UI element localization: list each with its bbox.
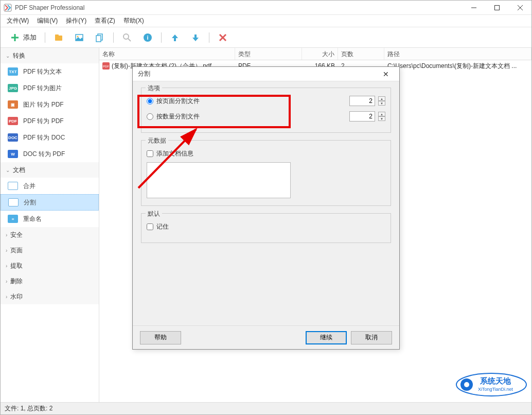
- sidebar-section-label: 删除: [10, 277, 23, 286]
- svg-rect-2: [494, 5, 499, 10]
- continue-button[interactable]: 继续: [306, 331, 347, 344]
- checkbox-add-docinfo[interactable]: [147, 150, 153, 157]
- sidebar-section-label: 安全: [10, 231, 23, 239]
- spin-up-2[interactable]: ▲: [378, 112, 385, 116]
- label-remember: 记住: [156, 222, 169, 231]
- menu-edit[interactable]: 编辑(V): [33, 15, 62, 27]
- sidebar-item-pdf-to-doc[interactable]: DOCPDF 转为 DOC: [1, 129, 99, 146]
- close-button[interactable]: [508, 1, 531, 15]
- svg-rect-12: [96, 36, 101, 42]
- arrow-up-icon: [170, 32, 180, 43]
- minimize-button[interactable]: [462, 1, 485, 15]
- cancel-button[interactable]: 取消: [351, 331, 392, 344]
- add-button[interactable]: 添加: [6, 29, 41, 46]
- list-header: 名称 类型 大小 页数 路径: [99, 48, 531, 60]
- pdf-to-doc-icon: DOC: [8, 133, 18, 142]
- dialog-titlebar: 分割 ✕: [133, 67, 399, 81]
- sidebar-section-label: 提取: [10, 262, 23, 270]
- chevron-right-icon: ›: [6, 279, 7, 284]
- sidebar-item-label: PDF 转为 DOC: [23, 133, 65, 142]
- col-pages[interactable]: 页数: [338, 48, 384, 60]
- sidebar-item-merge[interactable]: 合并: [1, 178, 99, 194]
- sidebar-section-label: 文档: [13, 166, 25, 175]
- chevron-right-icon: ›: [6, 263, 7, 269]
- label-add-docinfo: 添加文档信息: [156, 149, 193, 158]
- x-icon: [218, 32, 228, 43]
- merge-icon: [8, 182, 18, 190]
- spin-down-2[interactable]: ▼: [378, 116, 385, 121]
- sidebar-item-label: PDF 转为文本: [23, 67, 62, 76]
- sidebar-section-label: 水印: [10, 292, 23, 301]
- sidebar-section-security[interactable]: ›安全: [1, 227, 99, 243]
- svg-line-14: [128, 39, 131, 41]
- svg-text:系统天地: 系统天地: [480, 376, 511, 385]
- svg-text:i: i: [147, 34, 148, 41]
- sidebar-item-label: DOC 转为 PDF: [23, 150, 65, 159]
- statusbar: 文件: 1, 总页数: 2: [1, 402, 531, 414]
- pdf-to-pdf-icon: PDF: [8, 117, 18, 125]
- split-icon: [8, 198, 19, 206]
- col-path[interactable]: 路径: [384, 48, 531, 60]
- folder-button[interactable]: [49, 29, 68, 46]
- sidebar-section-delete[interactable]: ›删除: [1, 273, 99, 289]
- spin-down-1[interactable]: ▼: [378, 101, 385, 106]
- up-button[interactable]: [166, 29, 184, 46]
- menubar: 文件(W) 编辑(V) 操作(Y) 查看(Z) 帮助(X): [1, 15, 531, 27]
- radio-split-by-count[interactable]: [147, 113, 153, 120]
- sidebar-section-label: 页面: [10, 246, 23, 255]
- input-file-count[interactable]: [349, 111, 375, 122]
- remove-button[interactable]: [214, 29, 232, 46]
- checkbox-remember[interactable]: [147, 223, 153, 230]
- chevron-right-icon: ›: [6, 232, 7, 238]
- options-fieldset: 选项 按页面分割文件 ▲▼ 按数量分割文件 ▲▼: [141, 88, 391, 133]
- window-title: PDF Shaper Professional: [15, 4, 462, 11]
- sidebar-item-split[interactable]: 分割: [1, 194, 99, 211]
- maximize-button[interactable]: [485, 1, 508, 15]
- col-name[interactable]: 名称: [99, 48, 235, 60]
- sidebar-item-rename[interactable]: =重命名: [1, 211, 99, 227]
- docinfo-textarea[interactable]: [147, 162, 291, 198]
- image-to-pdf-icon: ▣: [8, 100, 18, 109]
- titlebar: PDF Shaper Professional: [1, 1, 531, 15]
- cell-path: C:\Users\pc\Documents\(复制)-新建文本文档 ...: [384, 61, 531, 72]
- svg-text:PDF: PDF: [103, 65, 109, 68]
- sidebar-item-pdf-to-text[interactable]: TXTPDF 转为文本: [1, 63, 99, 80]
- search-button[interactable]: [118, 29, 136, 46]
- label-split-by-count: 按数量分割文件: [156, 112, 346, 121]
- dialog-buttons: 帮助 继续 取消: [133, 325, 399, 349]
- chevron-right-icon: ›: [6, 248, 7, 253]
- sidebar-item-image-to-pdf[interactable]: ▣图片 转为 PDF: [1, 96, 99, 113]
- spin-up-1[interactable]: ▲: [378, 96, 385, 101]
- status-text: 文件: 1, 总页数: 2: [5, 404, 52, 413]
- sidebar-item-label: 合并: [23, 182, 36, 191]
- sidebar-item-doc-to-pdf[interactable]: WDOC 转为 PDF: [1, 146, 99, 162]
- menu-view[interactable]: 查看(Z): [91, 15, 119, 27]
- arrow-down-icon: [190, 32, 201, 43]
- col-size[interactable]: 大小: [302, 48, 338, 60]
- menu-action[interactable]: 操作(Y): [62, 15, 91, 27]
- sidebar-item-pdf-to-image[interactable]: JPGPDF 转为图片: [1, 80, 99, 96]
- col-type[interactable]: 类型: [235, 48, 302, 60]
- sidebar-item-label: PDF 转为 PDF: [23, 117, 64, 126]
- down-button[interactable]: [186, 29, 205, 46]
- app-icon: [4, 4, 12, 12]
- sidebar-section-extract[interactable]: ›提取: [1, 258, 99, 273]
- watermark-logo: 系统天地 XiTongTianDi.net: [455, 372, 527, 399]
- copy-button[interactable]: [91, 29, 109, 46]
- image-button[interactable]: [70, 29, 88, 46]
- sidebar-section-convert[interactable]: ⌄转换: [1, 48, 99, 63]
- info-button[interactable]: i: [138, 29, 157, 46]
- sidebar-section-watermark[interactable]: ›水印: [1, 289, 99, 304]
- help-button[interactable]: 帮助: [140, 331, 181, 344]
- radio-split-by-page[interactable]: [147, 98, 153, 105]
- copy-icon: [95, 32, 105, 43]
- split-dialog: 分割 ✕ 选项 按页面分割文件 ▲▼ 按数量分割文件 ▲▼ 元数据 添加文档信息: [132, 66, 400, 350]
- dialog-close-button[interactable]: ✕: [376, 67, 396, 81]
- add-label: 添加: [23, 33, 37, 42]
- menu-file[interactable]: 文件(W): [3, 15, 33, 27]
- menu-help[interactable]: 帮助(X): [119, 15, 148, 27]
- sidebar-section-page[interactable]: ›页面: [1, 243, 99, 258]
- input-page-count[interactable]: [349, 96, 375, 106]
- sidebar-section-document[interactable]: ⌄文档: [1, 162, 99, 178]
- sidebar-item-pdf-to-pdf[interactable]: PDFPDF 转为 PDF: [1, 113, 99, 129]
